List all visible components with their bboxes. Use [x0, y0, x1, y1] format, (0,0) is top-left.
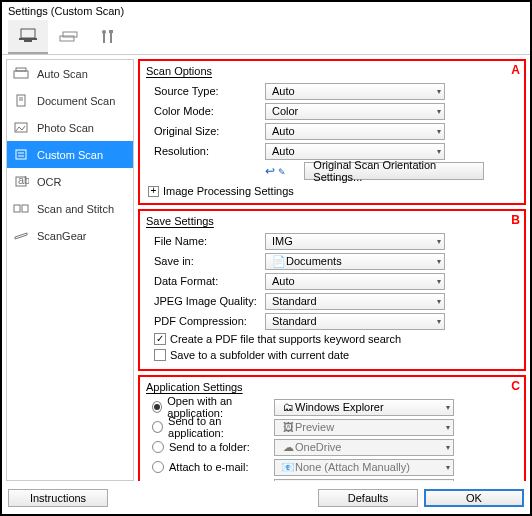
chevron-down-icon: ▾: [446, 443, 450, 452]
original-size-label: Original Size:: [146, 125, 261, 137]
radio-on-icon: [152, 401, 162, 413]
chevron-down-icon: ▾: [437, 237, 441, 246]
sidebar-label: OCR: [37, 176, 61, 188]
open-with-select[interactable]: 🗂Windows Explorer▾: [274, 399, 454, 416]
onedrive-icon: ☁: [281, 441, 295, 454]
checkbox-checked-icon: ✓: [154, 333, 166, 345]
sidebar-label: Photo Scan: [37, 122, 94, 134]
window-title: Settings (Custom Scan): [2, 2, 530, 20]
chevron-down-icon: ▾: [446, 423, 450, 432]
save-settings-panel: B Save Settings File Name: IMG▾ Save in:…: [138, 209, 526, 371]
pdf-compression-select[interactable]: Standard▾: [265, 313, 445, 330]
chevron-down-icon: ▾: [437, 147, 441, 156]
sidebar-label: ScanGear: [37, 230, 87, 242]
svg-rect-20: [14, 205, 20, 212]
photo-icon: [13, 121, 29, 135]
radio-attach-email[interactable]: Attach to e-mail:: [146, 461, 270, 473]
panel-badge-a: A: [511, 63, 520, 77]
subfolder-checkbox-row[interactable]: Save to a subfolder with current date: [146, 347, 518, 363]
chevron-down-icon: ▾: [446, 403, 450, 412]
preview-icon: 🖼: [281, 421, 295, 433]
sidebar-item-scangear[interactable]: ScanGear: [7, 222, 133, 249]
scanner-monitor-icon: [17, 27, 39, 45]
custom-scan-icon: [13, 148, 29, 162]
svg-rect-0: [21, 29, 35, 38]
file-name-input[interactable]: IMG▾: [265, 233, 445, 250]
resolution-select[interactable]: Auto▾: [265, 143, 445, 160]
save-settings-title: Save Settings: [146, 215, 518, 227]
svg-rect-8: [109, 30, 113, 33]
folder-icon: 📄: [272, 255, 286, 268]
app-settings-title: Application Settings: [146, 381, 518, 393]
radio-send-folder[interactable]: Send to a folder:: [146, 441, 270, 453]
mail-icon: 📧: [281, 461, 295, 474]
tab-scan-from-computer[interactable]: [8, 20, 48, 54]
svg-text:ab: ab: [18, 175, 29, 186]
orientation-settings-button[interactable]: Original Scan Orientation Settings...: [304, 162, 484, 180]
text-icon: 📝: [281, 481, 295, 482]
footer: Instructions Defaults OK: [2, 485, 530, 511]
data-format-select[interactable]: Auto▾: [265, 273, 445, 290]
sidebar-item-photo-scan[interactable]: Photo Scan: [7, 114, 133, 141]
sidebar-item-ocr[interactable]: ab OCR: [7, 168, 133, 195]
panel-badge-c: C: [511, 379, 520, 393]
defaults-button[interactable]: Defaults: [318, 489, 418, 507]
radio-send-app[interactable]: Send to an application:: [146, 415, 270, 439]
radio-off-icon: [152, 421, 163, 433]
chevron-down-icon: ▾: [437, 257, 441, 266]
svg-rect-2: [19, 38, 37, 40]
svg-rect-1: [24, 40, 32, 42]
ocr-icon: ab: [13, 175, 29, 189]
stitch-icon: [13, 202, 29, 216]
main-panel: A Scan Options Source Type: Auto▾ Color …: [138, 59, 526, 481]
send-app-select[interactable]: 🖼Preview▾: [274, 419, 454, 436]
svg-point-7: [102, 30, 106, 34]
radio-off-icon: [152, 441, 164, 453]
radio-off-icon: [152, 461, 164, 473]
top-toolbar: [2, 20, 530, 55]
sidebar-label: Scan and Stitch: [37, 203, 114, 215]
instructions-button[interactable]: Instructions: [8, 489, 108, 507]
save-in-label: Save in:: [146, 255, 261, 267]
attach-email-select[interactable]: 📧None (Attach Manually)▾: [274, 459, 454, 476]
sidebar: Auto Scan Document Scan Photo Scan Custo…: [6, 59, 134, 481]
original-size-select[interactable]: Auto▾: [265, 123, 445, 140]
svg-rect-21: [22, 205, 28, 212]
image-processing-expander[interactable]: + Image Processing Settings: [146, 185, 518, 197]
tab-general-settings[interactable]: [88, 20, 128, 54]
checkbox-unchecked-icon: [154, 349, 166, 361]
explorer-icon: 🗂: [281, 401, 295, 413]
scan-options-panel: A Scan Options Source Type: Auto▾ Color …: [138, 59, 526, 205]
scangear-icon: [13, 229, 29, 243]
start-ocr-select[interactable]: 📝Output to Text▾: [274, 479, 454, 482]
sidebar-label: Document Scan: [37, 95, 115, 107]
ok-button[interactable]: OK: [424, 489, 524, 507]
sidebar-item-auto-scan[interactable]: Auto Scan: [7, 60, 133, 87]
chevron-down-icon: ▾: [437, 107, 441, 116]
svg-rect-9: [14, 71, 28, 78]
send-folder-select[interactable]: ☁OneDrive▾: [274, 439, 454, 456]
sidebar-item-custom-scan[interactable]: Custom Scan: [7, 141, 133, 168]
chevron-down-icon: ▾: [437, 277, 441, 286]
auto-scan-icon: [13, 67, 29, 81]
sidebar-label: Custom Scan: [37, 149, 103, 161]
tools-icon: [97, 28, 119, 46]
save-in-select[interactable]: 📄Documents▾: [265, 253, 445, 270]
source-type-select[interactable]: Auto▾: [265, 83, 445, 100]
sidebar-label: Auto Scan: [37, 68, 88, 80]
tab-scan-from-panel[interactable]: [48, 20, 88, 54]
color-mode-label: Color Mode:: [146, 105, 261, 117]
scan-options-title: Scan Options: [146, 65, 518, 77]
sidebar-item-document-scan[interactable]: Document Scan: [7, 87, 133, 114]
data-format-label: Data Format:: [146, 275, 261, 287]
pdf-keyword-checkbox-row[interactable]: ✓ Create a PDF file that supports keywor…: [146, 331, 518, 347]
jpeg-quality-label: JPEG Image Quality:: [146, 295, 261, 307]
document-icon: [13, 94, 29, 108]
sidebar-item-scan-stitch[interactable]: Scan and Stitch: [7, 195, 133, 222]
chevron-down-icon: ▾: [446, 463, 450, 472]
chevron-down-icon: ▾: [437, 317, 441, 326]
jpeg-quality-select[interactable]: Standard▾: [265, 293, 445, 310]
rotate-icon[interactable]: ↩ ✎: [265, 164, 286, 178]
color-mode-select[interactable]: Color▾: [265, 103, 445, 120]
chevron-down-icon: ▾: [437, 127, 441, 136]
